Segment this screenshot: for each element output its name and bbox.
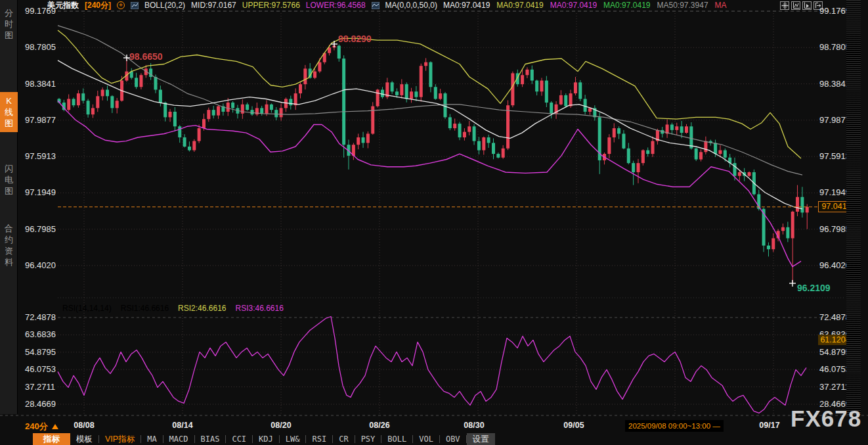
tab-OBV[interactable]: OBV	[440, 434, 466, 444]
sidebar-item-0[interactable]: 分时图	[0, 4, 18, 44]
ma-value-3: MA0:97.0419	[603, 1, 650, 10]
axis-label: 37.2711	[25, 382, 55, 392]
tab-MA[interactable]: MA	[141, 434, 162, 444]
axis-label: 54.8795	[819, 347, 850, 357]
sidebar: 分时图K线图闪电图合约资料	[0, 0, 18, 414]
axis-label: 97.9877	[819, 115, 850, 125]
trading-app: 98.665098.829096.2109 分时图K线图闪电图合约资料 美元指数…	[0, 0, 868, 445]
tab-BIAS[interactable]: BIAS	[195, 434, 226, 444]
ma-value-4: MA50:97.3947	[657, 1, 708, 10]
watermark: FX678	[791, 406, 861, 432]
axis-label: 46.0753	[25, 364, 56, 374]
rsi2-value: RSI2:46.6616	[178, 304, 226, 313]
axis-label: 98.7805	[819, 42, 850, 52]
pan-icon[interactable]	[780, 1, 789, 10]
axis-label: 97.1949	[25, 187, 56, 197]
rsi1-value: RSI1:46.6616	[121, 304, 169, 313]
axis-label: 97.9877	[25, 115, 56, 125]
tab-VOL[interactable]: VOL	[413, 434, 439, 444]
svg-text:98.6650: 98.6650	[129, 51, 163, 62]
svg-text:96.2109: 96.2109	[797, 283, 831, 293]
ma-values: MA0:97.0419MA0:97.0419MA0:97.0419MA0:97.…	[443, 1, 727, 10]
time-axis-zoom-icon[interactable]	[802, 1, 812, 10]
tab-指标[interactable]: 指标	[33, 433, 70, 445]
ma-chart-icon[interactable]	[372, 2, 380, 9]
axis-label: 72.4878	[819, 312, 850, 322]
axis-label: 63.6836	[25, 329, 56, 339]
date-label: 08/26	[369, 421, 389, 430]
rsi3-value: RSI3:46.6616	[236, 304, 284, 313]
axis-label: 98.3841	[819, 79, 850, 89]
axis-label: 97.5913	[25, 151, 56, 161]
tab-VIP指标[interactable]: VIP指标	[99, 433, 141, 445]
tab-RSI[interactable]: RSI	[306, 434, 332, 444]
triangle-up-icon	[52, 424, 58, 429]
svg-text:98.8290: 98.8290	[338, 34, 372, 44]
boll-chart-icon[interactable]	[131, 2, 139, 9]
add-indicator-icon[interactable]: +	[117, 1, 125, 9]
period-badge: [240分]	[85, 0, 111, 11]
sidebar-item-2[interactable]: 闪电图	[0, 160, 18, 200]
ma-value-2: MA0:97.0419	[550, 1, 597, 10]
date-label: 09/17	[759, 421, 779, 430]
axis-label: 98.3841	[25, 79, 56, 89]
axis-label: 96.4020	[819, 260, 850, 270]
tab-BOLL[interactable]: BOLL	[381, 434, 412, 444]
boll-upper-value: UPPER:97.5766	[242, 1, 300, 10]
right-stripe-bar	[846, 0, 861, 415]
axis-label: 98.7805	[25, 42, 56, 52]
axis-label: 99.1769	[819, 6, 850, 16]
boll-lower-value: LOWER:96.4568	[306, 1, 366, 10]
candlestick-chart[interactable]: 98.665098.829096.2109	[0, 0, 868, 419]
axis-label: 97.1949	[819, 187, 850, 197]
axis-label: 96.7985	[819, 224, 850, 234]
rsi-label: RSI(14,14,14)	[62, 304, 112, 313]
tab-KDJ[interactable]: KDJ	[253, 434, 279, 444]
tab-设置[interactable]: 设置	[467, 433, 495, 445]
ma-value-0: MA0:97.0419	[443, 1, 490, 10]
ma-label: MA(0,0,0,50,0)	[385, 1, 437, 10]
axis-label: 54.8795	[25, 347, 56, 357]
axis-label: 99.1769	[25, 6, 56, 16]
date-label: 08/30	[464, 421, 484, 430]
sidebar-item-3[interactable]: 合约资料	[0, 220, 18, 271]
time-range-tooltip: 2025/09/08 09:00~13:00 —	[625, 420, 724, 432]
x-axis: 240分 2025/09/08 09:00~13:00 — 08/0808/14…	[0, 420, 868, 433]
window-controls	[780, 1, 823, 10]
date-label: 08/20	[271, 421, 291, 430]
sidebar-item-1[interactable]: K线图	[0, 92, 18, 132]
axis-label: 46.0753	[819, 364, 850, 374]
price-axis-zoom-icon[interactable]	[791, 1, 800, 10]
axis-label: 96.7985	[25, 224, 56, 234]
date-label: 08/14	[172, 421, 192, 430]
bottom-toolbar: 指标模板VIP指标MAMACDBIASCCIKDJLW&RSICRPSYBOLL…	[33, 433, 495, 445]
axis-label: 37.2711	[819, 382, 850, 392]
date-label: 08/08	[74, 421, 94, 430]
ma-value-1: MA0:97.0419	[496, 1, 543, 10]
tab-PSY[interactable]: PSY	[355, 434, 381, 444]
axis-label: 28.4669	[25, 399, 56, 409]
rsi-header: RSI(14,14,14) RSI1:46.6616 RSI2:46.6616 …	[62, 304, 284, 313]
axis-label: 72.4878	[25, 312, 56, 322]
tab-MACD[interactable]: MACD	[163, 434, 194, 444]
boll-mid-value: MID:97.0167	[191, 1, 236, 10]
date-label: 09/05	[563, 421, 584, 430]
tab-CR[interactable]: CR	[333, 434, 354, 444]
tab-CCI[interactable]: CCI	[226, 434, 252, 444]
timeframe-label[interactable]: 240分	[25, 421, 58, 433]
indicator-header: 美元指数 [240分] + BOLL(20,2) MID:97.0167 UPP…	[47, 1, 727, 10]
axis-label: 97.5913	[819, 151, 850, 161]
ma-value-5: MA	[715, 1, 727, 10]
tab-模板[interactable]: 模板	[70, 433, 98, 445]
boll-label: BOLL(20,2)	[144, 1, 185, 10]
axis-label: 96.4020	[25, 260, 56, 270]
tab-LW&[interactable]: LW&	[280, 434, 306, 444]
